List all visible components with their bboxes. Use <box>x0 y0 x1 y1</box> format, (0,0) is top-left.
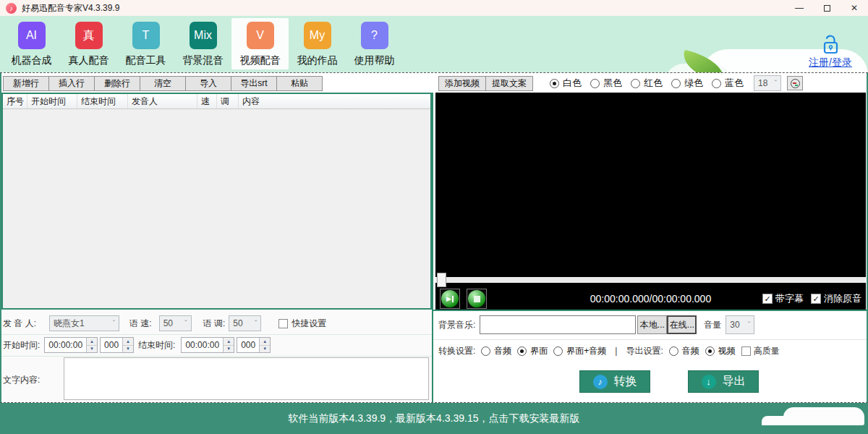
subtitle-color-black-radio[interactable]: 黑色 <box>590 77 622 90</box>
row-separator <box>433 339 867 340</box>
end-time-input[interactable]: 00:00:00 ▲▼ <box>181 337 234 353</box>
spin-down-icon[interactable]: ▼ <box>260 346 270 353</box>
spin-down-icon[interactable]: ▼ <box>224 346 234 353</box>
stop-icon <box>468 290 485 307</box>
convert-audio-radio[interactable]: 音频 <box>481 345 511 357</box>
font-size-value: 18 <box>758 78 767 88</box>
nav-item-dubbing-tools[interactable]: T 配音工具 <box>117 18 174 69</box>
rate-select[interactable]: 50 ˇ <box>159 315 192 331</box>
group-divider: | <box>615 346 617 356</box>
background-mix-icon: Mix <box>190 22 217 49</box>
login-area: 注册/登录 <box>809 33 852 69</box>
high-quality-checkbox[interactable] <box>741 346 751 356</box>
play-button[interactable]: ▶ <box>440 289 460 309</box>
import-button[interactable]: 导入 <box>185 76 231 91</box>
volume-value: 30 <box>730 320 739 330</box>
subtitle-color-blue-radio[interactable]: 蓝色 <box>712 77 744 90</box>
convert-ui-audio-radio[interactable]: 界面+音频 <box>553 345 606 357</box>
spin-up-icon[interactable]: ▲ <box>123 338 133 346</box>
pitch-select[interactable]: 50 ˇ <box>229 315 261 331</box>
video-screen[interactable]: ▶ 00:00:00.000/00:00:00.000 ✓ 带字幕 ✓ 消除原音 <box>435 93 866 310</box>
video-dubbing-icon: V <box>247 22 274 49</box>
spin-up-icon[interactable]: ▲ <box>224 338 234 346</box>
maximize-button[interactable] <box>813 0 841 16</box>
nav-item-video-dubbing[interactable]: V 视频配音 <box>231 18 289 69</box>
spinner-buttons[interactable]: ▲▼ <box>259 338 270 352</box>
paste-button[interactable]: 粘贴 <box>276 76 323 91</box>
nav-item-help[interactable]: ? 使用帮助 <box>346 18 403 69</box>
header: AI 机器合成 真 真人配音 T 配音工具 Mix 背景混音 V 视频配音 My… <box>0 16 868 72</box>
convert-button[interactable]: ♪ 转换 <box>579 370 650 393</box>
spinner-buttons[interactable]: ▲▼ <box>86 338 97 352</box>
subtitle-color-green-radio[interactable]: 绿色 <box>671 77 703 90</box>
player-controls: ▶ 00:00:00.000/00:00:00.000 ✓ 带字幕 ✓ 消除原音 <box>440 289 861 309</box>
remove-original-audio-checkbox[interactable]: ✓ 消除原音 <box>811 292 861 305</box>
start-time-value: 00:00:00 <box>45 338 86 352</box>
start-ms-input[interactable]: 000 ▲▼ <box>100 337 134 353</box>
font-size-select[interactable]: 18 ˇ <box>754 75 781 91</box>
video-toolbar: 添加视频 提取文案 白色 黑色 红色 绿色 蓝色 18 ˇ <box>438 75 803 91</box>
local-music-button[interactable]: 本地... <box>637 315 667 334</box>
maximize-icon <box>824 5 830 12</box>
login-link[interactable]: 注册/登录 <box>809 56 852 69</box>
background-music-input[interactable] <box>480 315 636 334</box>
quick-setting-checkbox[interactable] <box>278 319 288 328</box>
speaker-select[interactable]: 晓燕女1 ˇ <box>49 315 119 331</box>
checkbox-checked-icon: ✓ <box>762 294 773 304</box>
row-separator <box>1 356 432 357</box>
insert-row-button[interactable]: 插入行 <box>48 76 95 91</box>
add-row-button[interactable]: 新增行 <box>3 76 49 91</box>
export-video-radio[interactable]: 视频 <box>705 345 736 357</box>
export-button-label: 导出 <box>723 374 746 389</box>
volume-label: 音量 <box>704 319 721 331</box>
seek-slider[interactable] <box>435 277 866 283</box>
subtitle-color-red-radio[interactable]: 红色 <box>631 77 663 90</box>
close-button[interactable]: ✕ <box>841 0 868 16</box>
minimize-button[interactable]: — <box>786 0 813 16</box>
settings-row: 转换设置: 音频 界面 界面+音频 | 导出设置: 音频 视频 高质量 <box>438 344 865 358</box>
radio-icon <box>481 346 490 356</box>
nav-item-human-voice[interactable]: 真 真人配音 <box>60 18 117 69</box>
subtitle-table[interactable]: 序号 开始时间 结束时间 发音人 速 调 内容 <box>1 93 432 310</box>
spin-up-icon[interactable]: ▲ <box>87 338 97 346</box>
online-music-button[interactable]: 在线... <box>667 315 697 334</box>
nav-item-background-mix[interactable]: Mix 背景混音 <box>174 18 231 69</box>
nav-item-my-works[interactable]: My 我的作品 <box>289 18 346 69</box>
slider-thumb[interactable] <box>437 273 446 287</box>
radio-label: 蓝色 <box>725 77 744 90</box>
volume-select[interactable]: 30 ˇ <box>726 315 754 334</box>
radio-icon <box>669 346 678 356</box>
column-header-end-time: 结束时间 <box>77 94 128 109</box>
radio-label: 黑色 <box>603 77 622 90</box>
spin-down-icon[interactable]: ▼ <box>87 346 97 353</box>
subtitle-color-white-radio[interactable]: 白色 <box>550 77 582 90</box>
font-effect-button[interactable] <box>787 76 803 90</box>
text-content-input[interactable] <box>64 357 429 400</box>
nav-item-machine-synthesis[interactable]: AI 机器合成 <box>3 18 60 69</box>
convert-ui-radio[interactable]: 界面 <box>517 345 548 357</box>
spin-down-icon[interactable]: ▼ <box>123 346 133 353</box>
export-srt-button[interactable]: 导出srt <box>231 76 277 91</box>
end-ms-input[interactable]: 000 ▲▼ <box>237 337 271 353</box>
circled-font-icon <box>791 79 800 88</box>
spinner-buttons[interactable]: ▲▼ <box>122 338 133 352</box>
add-video-button[interactable]: 添加视频 <box>438 76 486 91</box>
chevron-down-icon: ˇ <box>744 321 750 329</box>
nav-label: 视频配音 <box>240 54 281 67</box>
delete-row-button[interactable]: 删除行 <box>94 76 140 91</box>
extract-text-button[interactable]: 提取文案 <box>485 76 533 91</box>
with-subtitle-checkbox[interactable]: ✓ 带字幕 <box>762 292 804 305</box>
export-audio-radio[interactable]: 音频 <box>669 345 699 357</box>
lock-icon <box>821 33 840 55</box>
start-time-input[interactable]: 00:00:00 ▲▼ <box>44 337 98 353</box>
stop-button[interactable] <box>467 289 487 309</box>
nav-label: 使用帮助 <box>354 54 395 67</box>
version-status-text[interactable]: 软件当前版本4.3.39.9，最新版本4.3.39.15，点击下载安装最新版 <box>289 412 580 425</box>
spin-up-icon[interactable]: ▲ <box>260 338 270 346</box>
export-button[interactable]: ↓ 导出 <box>688 370 759 393</box>
column-header-index: 序号 <box>3 94 27 109</box>
chevron-down-icon: ˇ <box>109 320 115 328</box>
spinner-buttons[interactable]: ▲▼ <box>223 338 234 352</box>
clear-button[interactable]: 清空 <box>140 76 186 91</box>
export-settings-label: 导出设置: <box>626 345 663 357</box>
